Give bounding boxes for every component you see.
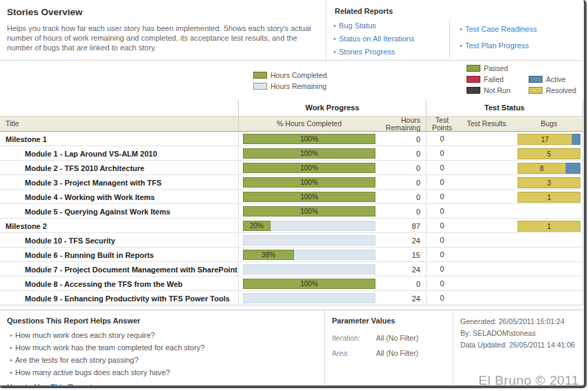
progress-bar: 38%	[243, 250, 375, 260]
progress-bar-fill: 100%	[243, 148, 375, 159]
report-intro: Stories Overview Helps you track how far…	[0, 0, 326, 60]
parameter-row: Area:All (No Filter)	[332, 345, 447, 361]
column-header-test-results: Test Results	[458, 117, 516, 131]
bullet-icon: •	[457, 21, 465, 37]
related-report-link[interactable]: Test Case Readiness	[465, 21, 537, 37]
how-to-use-link[interactable]: How to Use This Report	[7, 383, 92, 388]
related-report-link[interactable]: Bug Status	[339, 19, 376, 32]
questions-title: Questions This Report Helps Answer	[7, 317, 316, 325]
group-header-work-progress: Work Progress	[238, 100, 426, 116]
questions-list: •How much work does each story require?•…	[7, 329, 316, 379]
bugs-cell: 5	[516, 146, 583, 161]
bugs-bar: 5	[518, 148, 580, 159]
generated-lines: Generated: 26/05/2011 15:01:24By: SELADO…	[460, 316, 578, 351]
test-points-value: 0	[426, 248, 458, 262]
report-description: Helps you track how far each user story …	[7, 23, 317, 52]
bugs-cell: 8	[516, 161, 583, 175]
hours-remaining-value: 0	[380, 280, 426, 288]
table-group-header: Work Progress Test Status	[0, 100, 583, 116]
bugs-count-label: 1	[547, 194, 551, 201]
parameter-values-title: Parameter Values	[332, 317, 447, 325]
row-title[interactable]: Module 4 - Working with Work Items	[0, 193, 238, 201]
bugs-active-segment	[572, 134, 580, 145]
legend-band: Hours CompletedHours Remaining PassedFai…	[0, 61, 583, 100]
bullet-icon: •	[7, 366, 15, 379]
progress-bar: 100%	[243, 134, 375, 144]
legend-label: Failed	[484, 75, 504, 83]
row-title[interactable]: Module 1 - Lap Around VS-ALM 2010	[0, 150, 238, 158]
pct-hours-cell: 100%	[238, 175, 380, 190]
question-item: •How much work does each story require?	[7, 329, 316, 341]
legend-label: Resolved	[546, 86, 576, 94]
progress-bar-fill: 100%	[243, 192, 375, 202]
row-title[interactable]: Milestone 2	[0, 222, 238, 230]
pct-hours-cell: 100%	[238, 277, 380, 291]
question-text: How much work does each story require?	[15, 329, 155, 341]
progress-bar-label: 100%	[300, 280, 318, 288]
pct-hours-cell: 100%	[238, 146, 380, 161]
page-title: Stories Overview	[7, 7, 316, 17]
bugs-resolved-segment: 1	[518, 221, 580, 232]
test-points-value: 0	[426, 277, 458, 291]
bugs-bar: 1	[518, 221, 580, 232]
related-report-item: •Stories Progress	[331, 46, 449, 59]
legend-label: Passed	[484, 64, 508, 72]
hours-remaining-value: 0	[380, 150, 426, 158]
group-header-test-status: Test Status	[426, 100, 583, 116]
bugs-cell: 17	[516, 132, 583, 146]
related-report-link[interactable]: Test Plan Progress	[465, 37, 529, 54]
hours-remaining-value: 0	[380, 179, 426, 187]
progress-bar-label: 38%	[262, 251, 275, 259]
pct-hours-cell: 100%	[238, 132, 380, 146]
row-title[interactable]: Module 9 - Enhancing Productivity with T…	[0, 294, 238, 303]
row-title[interactable]: Milestone 1	[0, 135, 238, 143]
bugs-count-label: 5	[547, 150, 551, 158]
legend-swatch-icon	[467, 65, 480, 72]
progress-bar-fill: 20%	[243, 221, 271, 231]
bullet-icon: •	[331, 19, 339, 32]
legend-swatch-icon	[467, 76, 480, 83]
bullet-icon: •	[331, 46, 339, 59]
bullet-icon: •	[7, 341, 15, 354]
legend-item: Failed	[467, 74, 511, 85]
test-points-value: 0	[426, 204, 458, 219]
parameter-value: All (No Filter)	[376, 330, 418, 345]
related-report-link[interactable]: Status on All Iterations	[339, 32, 414, 46]
bugs-bar: 1	[518, 192, 580, 203]
progress-bar-fill: 100%	[243, 206, 375, 217]
progress-bar-label: 100%	[300, 164, 318, 172]
row-title[interactable]: Module 6 - Running Built in Reports	[0, 251, 238, 259]
bugs-bar: 8	[518, 163, 580, 174]
hours-remaining-value: 15	[380, 251, 426, 259]
progress-bar-fill: 100%	[243, 134, 375, 144]
progress-bar: 100%	[243, 206, 375, 217]
bugs-count-label: 1	[547, 223, 551, 230]
question-item: •How many active bugs does each story ha…	[7, 366, 316, 379]
related-report-link[interactable]: Stories Progress	[339, 46, 395, 59]
parameter-label: Area:	[332, 345, 376, 361]
watermark: El Bruno © 2011	[478, 373, 579, 388]
legend-swatch-icon	[467, 87, 480, 94]
legend-label: Hours Remaining	[271, 82, 326, 90]
bullet-icon: •	[331, 32, 339, 46]
question-item: •Are the tests for each story passing?	[7, 354, 316, 366]
parameter-row: Iteration:All (No Filter)	[332, 330, 447, 345]
bugs-resolved-segment: 1	[518, 192, 580, 203]
legend-item: Hours Remaining	[253, 81, 327, 92]
progress-bar-label: 100%	[300, 208, 318, 215]
column-header-hours-remaining: Hours Remaining	[380, 117, 426, 131]
bugs-resolved-segment: 17	[518, 134, 572, 145]
row-title[interactable]: Module 5 - Querying Against Work Items	[0, 208, 238, 216]
test-points-value: 0	[426, 190, 458, 204]
row-title[interactable]: Module 2 - TFS 2010 Architecture	[0, 164, 238, 172]
legend-item: Passed	[467, 63, 511, 74]
row-title[interactable]: Module 3 - Project Managent with TFS	[0, 179, 238, 187]
hours-remaining-value: 24	[380, 294, 426, 303]
bugs-count-label: 3	[547, 179, 551, 187]
row-title[interactable]: Module 7 - Project Document Management w…	[0, 265, 238, 274]
row-title[interactable]: Module 8 - Accessing the TFS from the We…	[0, 280, 238, 288]
table-row: Module 4 - Working with Work Items100%00…	[0, 190, 583, 204]
pct-hours-cell: 100%	[238, 190, 380, 204]
row-title[interactable]: Module 10 - TFS Security	[0, 237, 238, 245]
progress-bar-fill: 100%	[243, 279, 375, 289]
